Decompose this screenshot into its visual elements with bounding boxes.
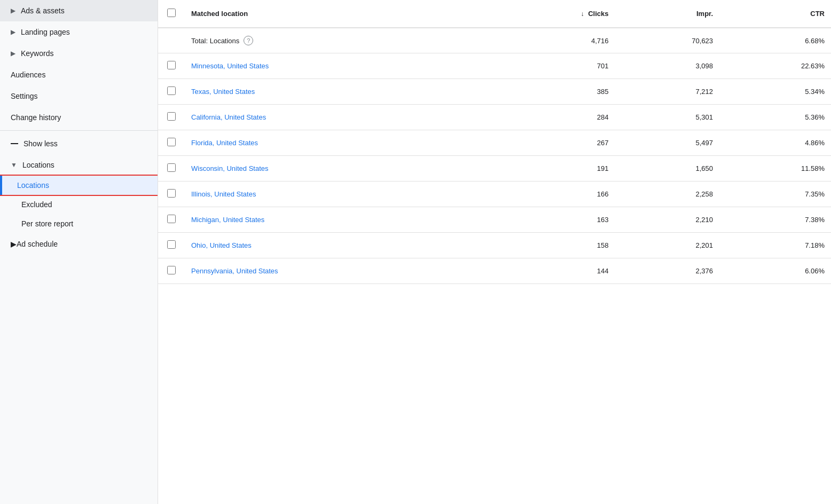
locations-parent-item[interactable]: ▼ Locations [0,154,158,176]
total-ctr: 6.68% [719,28,831,53]
show-less-label: Show less [23,139,58,148]
header-label: Matched location [191,10,248,18]
header-checkbox-cell[interactable] [158,0,185,28]
row-checkbox[interactable] [167,61,176,69]
row-checkbox-cell[interactable] [158,105,185,130]
select-all-checkbox[interactable] [167,9,176,17]
row-ctr: 7.35% [719,182,831,207]
chevron-right-icon: ▶ [11,240,17,248]
row-ctr: 22.63% [719,53,831,79]
location-link[interactable]: Minnesota, United States [191,62,269,70]
total-clicks: 4,716 [490,28,615,53]
row-clicks: 701 [490,53,615,79]
sidebar: ▶ Ads & assets ▶ Landing pages ▶ Keyword… [0,0,158,504]
total-impr: 70,623 [615,28,719,53]
total-label-text: Total: Locations [191,37,239,45]
row-location-cell: Michigan, United States [185,207,490,233]
row-checkbox-cell[interactable] [158,79,185,105]
sidebar-item-landing-pages[interactable]: ▶ Landing pages [0,21,158,43]
location-link[interactable]: Ohio, United States [191,241,252,249]
header-matched-location[interactable]: Matched location [185,0,490,28]
row-checkbox[interactable] [167,163,176,172]
location-link[interactable]: Wisconsin, United States [191,164,269,172]
total-label-cell: Total: Locations ? [185,28,490,53]
sidebar-item-label: Settings [11,92,38,100]
row-checkbox[interactable] [167,266,176,274]
location-link[interactable]: Florida, United States [191,139,258,147]
sidebar-item-keywords[interactable]: ▶ Keywords [0,43,158,64]
row-checkbox[interactable] [167,112,176,121]
chevron-right-icon: ▶ [11,50,15,57]
row-clicks: 284 [490,105,615,130]
locations-parent-label: Locations [22,161,54,169]
row-checkbox-cell[interactable] [158,182,185,207]
row-clicks: 191 [490,156,615,182]
row-checkbox-cell[interactable] [158,53,185,79]
location-link[interactable]: California, United States [191,113,266,121]
location-link[interactable]: Pennsylvania, United States [191,267,278,275]
row-location-cell: Wisconsin, United States [185,156,490,182]
header-ctr[interactable]: CTR [719,0,831,28]
sidebar-item-label: Landing pages [21,28,70,36]
row-impr: 7,212 [615,79,719,105]
help-icon[interactable]: ? [244,36,253,45]
row-checkbox-cell[interactable] [158,258,185,284]
row-checkbox[interactable] [167,138,176,146]
sidebar-child-label: Per store report [21,219,73,228]
header-label: CTR [810,10,825,18]
table-row: Wisconsin, United States1911,65011.58% [158,156,831,182]
sidebar-item-label: Change history [11,113,61,122]
row-checkbox[interactable] [167,86,176,95]
location-link[interactable]: Illinois, United States [191,190,256,198]
row-impr: 2,376 [615,258,719,284]
row-location-cell: Texas, United States [185,79,490,105]
sidebar-item-label: Ad schedule [17,240,58,248]
total-checkbox-cell [158,28,185,53]
main-content: Matched location ↓ Clicks Impr. CTR [158,0,831,504]
row-clicks: 267 [490,130,615,156]
table-row: Texas, United States3857,2125.34% [158,79,831,105]
locations-table: Matched location ↓ Clicks Impr. CTR [158,0,831,284]
row-clicks: 163 [490,207,615,233]
dash-icon [11,143,18,144]
header-impr[interactable]: Impr. [615,0,719,28]
row-checkbox-cell[interactable] [158,233,185,258]
row-impr: 3,098 [615,53,719,79]
header-label: Clicks [588,10,608,18]
row-ctr: 11.58% [719,156,831,182]
sidebar-item-label: Keywords [21,49,53,58]
show-less-button[interactable]: Show less [0,133,158,154]
sidebar-item-settings[interactable]: Settings [0,85,158,107]
row-location-cell: Florida, United States [185,130,490,156]
location-link[interactable]: Michigan, United States [191,216,264,224]
sidebar-item-change-history[interactable]: Change history [0,107,158,128]
row-ctr: 4.86% [719,130,831,156]
sidebar-item-ad-schedule[interactable]: ▶ Ad schedule [0,233,158,255]
sidebar-item-excluded[interactable]: Excluded [0,195,158,214]
row-clicks: 385 [490,79,615,105]
table-header-row: Matched location ↓ Clicks Impr. CTR [158,0,831,28]
location-link[interactable]: Texas, United States [191,88,255,96]
row-location-cell: Pennsylvania, United States [185,258,490,284]
row-clicks: 166 [490,182,615,207]
row-checkbox-cell[interactable] [158,207,185,233]
row-ctr: 7.38% [719,207,831,233]
sort-down-icon: ↓ [581,10,584,18]
row-checkbox-cell[interactable] [158,156,185,182]
table-row: Michigan, United States1632,2107.38% [158,207,831,233]
row-checkbox[interactable] [167,189,176,198]
row-clicks: 144 [490,258,615,284]
sidebar-item-locations[interactable]: Locations [0,176,158,195]
row-checkbox-cell[interactable] [158,130,185,156]
header-label: Impr. [696,10,713,18]
row-checkbox[interactable] [167,240,176,249]
row-impr: 2,210 [615,207,719,233]
sidebar-item-audiences[interactable]: Audiences [0,64,158,85]
row-checkbox[interactable] [167,215,176,223]
table-row: Pennsylvania, United States1442,3766.06% [158,258,831,284]
row-ctr: 5.36% [719,105,831,130]
sidebar-item-ads-assets[interactable]: ▶ Ads & assets [0,0,158,21]
sidebar-item-per-store-report[interactable]: Per store report [0,214,158,233]
row-ctr: 6.06% [719,258,831,284]
header-clicks[interactable]: ↓ Clicks [490,0,615,28]
